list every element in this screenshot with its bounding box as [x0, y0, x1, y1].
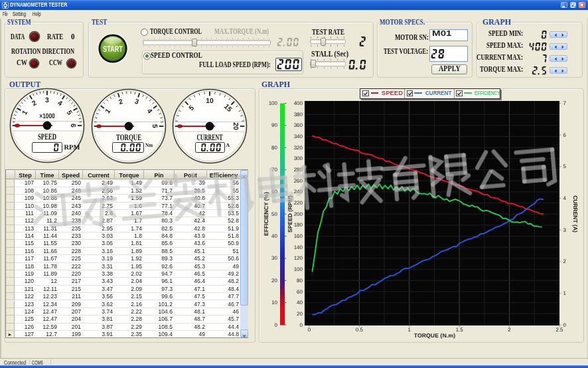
svg-text:7: 7: [563, 100, 567, 106]
svg-text:A: A: [226, 141, 230, 147]
svg-text:10: 10: [271, 300, 277, 306]
svg-text:40: 40: [297, 300, 303, 306]
svg-text:TORQUE (N.m): TORQUE (N.m): [414, 332, 456, 339]
svg-text:Nm: Nm: [145, 141, 153, 147]
svg-text:6: 6: [563, 132, 567, 138]
svg-text:20: 20: [271, 278, 277, 284]
svg-text:4: 4: [563, 195, 567, 201]
svg-text:SPEED (RPM): SPEED (RPM): [287, 195, 293, 232]
svg-text:100: 100: [294, 266, 303, 272]
svg-text:320: 320: [294, 145, 303, 151]
svg-text:SPEED: SPEED: [38, 132, 56, 141]
svg-text:140: 140: [294, 244, 303, 250]
svg-text:CURRENT (A): CURRENT (A): [572, 195, 579, 232]
svg-text:200: 200: [294, 211, 303, 217]
svg-text:80: 80: [297, 278, 303, 284]
svg-text:2.5: 2.5: [555, 327, 563, 333]
svg-text:EFFICIENCY (%): EFFICIENCY (%): [263, 192, 269, 236]
svg-text:220: 220: [294, 200, 303, 206]
svg-text:TORQUE: TORQUE: [116, 132, 141, 142]
svg-text:240: 240: [294, 189, 303, 195]
svg-text:5: 5: [563, 163, 567, 169]
svg-text:RPM: RPM: [64, 144, 80, 151]
svg-text:400: 400: [294, 100, 303, 106]
svg-text:340: 340: [294, 134, 303, 139]
svg-text:260: 260: [294, 178, 303, 184]
svg-text:START: START: [103, 44, 123, 53]
svg-text:1: 1: [408, 327, 411, 333]
svg-text:2: 2: [508, 327, 511, 333]
svg-text:160: 160: [294, 233, 303, 239]
svg-text:120: 120: [294, 255, 303, 261]
svg-text:3: 3: [563, 227, 567, 233]
svg-text:0: 0: [300, 322, 303, 328]
svg-text:CURRENT: CURRENT: [196, 132, 222, 142]
svg-text:60: 60: [297, 289, 303, 295]
svg-text:300: 300: [294, 155, 303, 161]
svg-text:180: 180: [294, 222, 303, 228]
svg-text:0: 0: [308, 327, 311, 333]
svg-text:1: 1: [563, 290, 567, 296]
svg-text:100: 100: [269, 100, 278, 106]
svg-text:380: 380: [294, 112, 303, 118]
svg-text:90: 90: [271, 122, 277, 128]
svg-text:70: 70: [271, 167, 277, 173]
svg-text:0.5: 0.5: [356, 327, 364, 333]
svg-text:0: 0: [275, 322, 278, 328]
svg-text:60: 60: [271, 189, 277, 195]
svg-text:360: 360: [294, 122, 303, 128]
svg-text:30: 30: [271, 255, 277, 261]
svg-text:0: 0: [563, 322, 567, 328]
svg-text:1.5: 1.5: [456, 327, 464, 333]
svg-text:40: 40: [271, 233, 277, 239]
svg-text:2: 2: [563, 258, 567, 264]
svg-text:280: 280: [294, 167, 303, 173]
svg-text:20: 20: [297, 311, 303, 317]
svg-text:50: 50: [271, 211, 277, 217]
svg-text:80: 80: [271, 145, 277, 151]
